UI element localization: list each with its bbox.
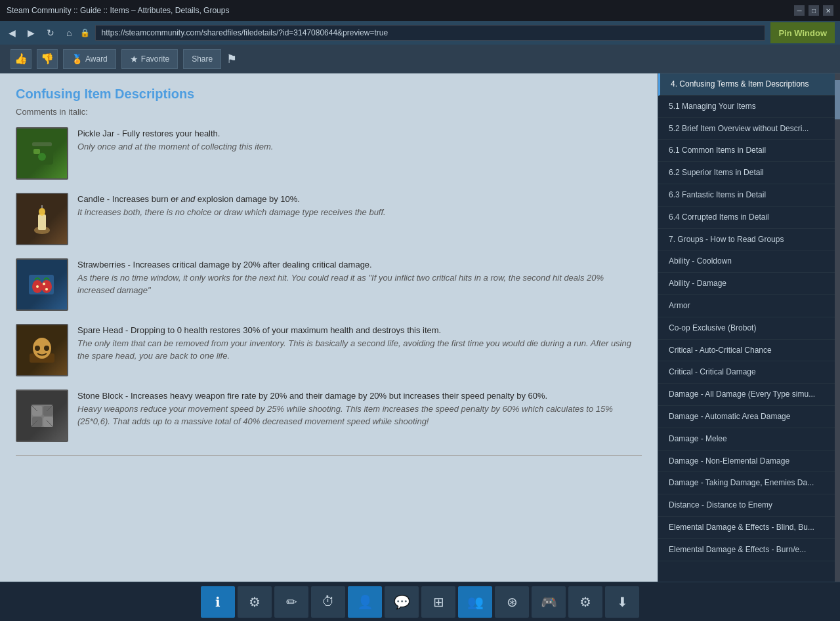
taskbar-download-button[interactable]: ⬇ [605, 586, 639, 618]
sidebar-item-damage-taking[interactable]: Damage - Taking Damage, Enemies Da... [658, 472, 835, 494]
thumbdown-button[interactable]: 👎 [37, 49, 58, 69]
sidebar-item-brief-overview[interactable]: 5.2 Brief Item Overview without Descri..… [658, 118, 835, 140]
strawberries-italic: As there is no time window, it only work… [77, 273, 604, 296]
stone-block-text: Stone Block - Increases heavy weapon fir… [77, 390, 642, 428]
svg-point-6 [39, 208, 45, 216]
sidebar-item-damage-non-elemental[interactable]: Damage - Non-Elemental Damage [658, 451, 835, 473]
strawberries-name: Strawberries - Increases critical damage… [77, 260, 372, 270]
award-icon: 🏅 [72, 54, 83, 64]
sidebar: 4. Confusing Terms & Item Descriptions 5… [658, 73, 835, 582]
stone-block-name: Stone Block - Increases heavy weapon fir… [77, 391, 547, 401]
taskbar-friends-button[interactable]: 👥 [458, 586, 492, 618]
item-spare-head: Spare Head - Dropping to 0 health restor… [16, 324, 642, 376]
favorite-label: Favorite [141, 54, 169, 64]
svg-point-13 [45, 288, 48, 290]
sidebar-item-managing-items[interactable]: 5.1 Managing Your Items [658, 96, 835, 118]
taskbar-clock-button[interactable]: ⏱ [311, 586, 345, 618]
sidebar-item-damage-auto[interactable]: Damage - Automatic Area Damage [658, 406, 835, 428]
sidebar-item-label: 6.1 Common Items in Detail [669, 146, 766, 155]
sidebar-item-ability-cooldown[interactable]: Ability - Cooldown [658, 250, 835, 273]
main-layout: Confusing Item Descriptions Comments in … [0, 73, 840, 582]
thumbup-button[interactable]: 👍 [10, 49, 32, 69]
screenshot-icon: ⊞ [433, 594, 444, 610]
strawberries-icon [16, 258, 68, 311]
taskbar-settings-button[interactable]: ⚙ [238, 586, 272, 618]
thumbup-icon: 👍 [14, 52, 28, 65]
taskbar-store-button[interactable]: ⊛ [495, 586, 529, 618]
sidebar-item-corrupted-items[interactable]: 6.4 Corrupted Items in Detail [658, 207, 835, 229]
award-label: Award [85, 54, 108, 64]
sidebar-item-label: 4. Confusing Terms & Item Descriptions [671, 79, 809, 89]
sidebar-item-critical-damage[interactable]: Critical - Critical Damage [658, 361, 835, 384]
minimize-button[interactable]: ─ [794, 5, 805, 16]
scroll-handle[interactable] [835, 73, 840, 582]
sidebar-item-distance[interactable]: Distance - Distance to Enemy [658, 494, 835, 517]
taskbar-person-button[interactable]: 👤 [348, 586, 382, 618]
taskbar-screenshot-button[interactable]: ⊞ [421, 586, 455, 618]
chat-icon: 💬 [394, 594, 410, 610]
content-area: Confusing Item Descriptions Comments in … [0, 73, 658, 582]
lock-icon: 🔒 [80, 28, 90, 37]
stone-block-icon [16, 390, 68, 442]
content-subtitle: Comments in italic: [16, 107, 642, 117]
svg-point-17 [44, 346, 49, 351]
pickle-jar-name: Pickle Jar - Fully restores your health. [77, 129, 220, 138]
taskbar-info-button[interactable]: ℹ [201, 586, 235, 618]
spare-head-text: Spare Head - Dropping to 0 health restor… [77, 324, 642, 363]
info-icon: ℹ [215, 594, 220, 610]
star-icon: ★ [130, 54, 138, 64]
svg-point-3 [38, 153, 46, 161]
award-button[interactable]: 🏅 Award [63, 49, 116, 69]
sidebar-item-common-items[interactable]: 6.1 Common Items in Detail [658, 140, 835, 162]
sidebar-item-label: Damage - Melee [669, 434, 727, 443]
close-button[interactable]: ✕ [823, 5, 833, 16]
taskbar: ℹ ⚙ ✏ ⏱ 👤 💬 ⊞ 👥 ⊛ 🎮 ⚙ ⬇ [0, 582, 840, 621]
svg-point-12 [43, 283, 45, 285]
taskbar-edit-button[interactable]: ✏ [274, 586, 308, 618]
sidebar-item-critical-auto[interactable]: Critical - Auto-Critical Chance [658, 340, 835, 362]
sidebar-item-label: Ability - Damage [669, 279, 726, 288]
item-strawberries: Strawberries - Increases critical damage… [16, 258, 642, 311]
sidebar-item-groups[interactable]: 7. Groups - How to Read Groups [658, 229, 835, 251]
taskbar-chat-button[interactable]: 💬 [385, 586, 419, 618]
sidebar-item-label: Damage - All Damage (Every Type simu... [669, 390, 815, 399]
stone-block-italic: Heavy weapons reduce your movement speed… [77, 404, 613, 427]
strawberries-text: Strawberries - Increases critical damage… [77, 258, 642, 297]
settings2-icon: ⚙ [579, 594, 591, 610]
scroll-thumb[interactable] [835, 80, 840, 119]
item-pickle-jar: Pickle Jar - Fully restores your health.… [16, 127, 642, 180]
flag-icon: ⚑ [226, 52, 237, 66]
maximize-button[interactable]: □ [808, 5, 819, 16]
taskbar-controller-button[interactable]: 🎮 [532, 586, 566, 618]
sidebar-item-confusing-terms[interactable]: 4. Confusing Terms & Item Descriptions [658, 73, 835, 96]
flag-button[interactable]: ⚑ [226, 52, 237, 66]
sidebar-item-label: 5.2 Brief Item Overview without Descri..… [669, 124, 808, 133]
sidebar-item-label: Co-op Exclusive (Brobot) [669, 323, 756, 332]
taskbar-settings2-button[interactable]: ⚙ [568, 586, 602, 618]
pin-window-button[interactable]: Pin Window [770, 22, 835, 43]
sidebar-item-ability-damage[interactable]: Ability - Damage [658, 273, 835, 295]
sidebar-item-armor[interactable]: Armor [658, 295, 835, 317]
svg-rect-21 [32, 417, 42, 427]
favorite-button[interactable]: ★ Favorite [121, 49, 178, 69]
sidebar-item-damage-all[interactable]: Damage - All Damage (Every Type simu... [658, 384, 835, 406]
refresh-button[interactable]: ↻ [43, 26, 58, 39]
svg-rect-20 [43, 406, 53, 416]
back-button[interactable]: ◀ [5, 26, 19, 39]
sidebar-item-elemental-blind[interactable]: Elemental Damage & Effects - Blind, Bu..… [658, 517, 835, 539]
forward-button[interactable]: ▶ [24, 26, 38, 39]
address-input[interactable] [95, 25, 765, 41]
sidebar-item-label: Critical - Critical Damage [669, 367, 756, 376]
share-button[interactable]: Share [183, 49, 221, 69]
sidebar-item-damage-melee[interactable]: Damage - Melee [658, 428, 835, 451]
sidebar-item-coop[interactable]: Co-op Exclusive (Brobot) [658, 317, 835, 340]
svg-point-16 [35, 346, 40, 351]
home-button[interactable]: ⌂ [63, 26, 75, 39]
sidebar-item-fantastic-items[interactable]: 6.3 Fantastic Items in Detail [658, 184, 835, 207]
sidebar-item-label: 6.3 Fantastic Items in Detail [669, 190, 766, 199]
sidebar-item-label: Damage - Automatic Area Damage [669, 412, 790, 421]
sidebar-item-superior-items[interactable]: 6.2 Superior Items in Detail [658, 162, 835, 184]
sidebar-item-label: 6.2 Superior Items in Detail [669, 168, 764, 177]
sidebar-item-elemental-burn[interactable]: Elemental Damage & Effects - Burn/e... [658, 539, 835, 561]
candle-italic: It increases both, there is no choice or… [77, 207, 386, 217]
